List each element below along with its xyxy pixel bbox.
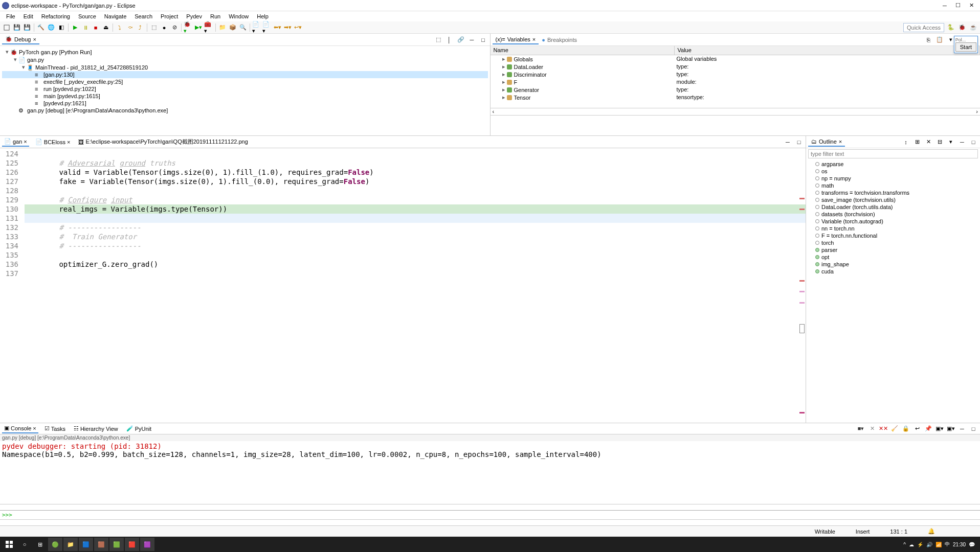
sort-icon[interactable]: ↕ [901, 137, 910, 147]
menu-search[interactable]: Search [130, 12, 157, 20]
quick-access-input[interactable] [903, 23, 944, 32]
start-button[interactable]: Start [955, 42, 976, 52]
variable-row[interactable]: ▸Fmodule: [491, 78, 981, 86]
clear-console-button[interactable]: 🧹 [890, 424, 899, 433]
minimize-editor-icon[interactable]: ─ [783, 137, 792, 147]
tray-icon[interactable]: 🔊 [926, 542, 932, 547]
hierarchy-tab[interactable]: ☷ Hierarchy View [72, 424, 120, 433]
outline-item[interactable]: DataLoader (torch.utils.data) [807, 203, 979, 211]
frame-button[interactable]: ⬚ [149, 23, 159, 32]
close-button[interactable]: ✕ [965, 1, 978, 11]
globe-icon[interactable]: 🌐 [47, 23, 56, 32]
package-button[interactable]: 📦 [228, 23, 237, 32]
start-menu-button[interactable] [2, 538, 16, 551]
maximize-view-icon[interactable]: □ [969, 424, 978, 433]
project-button[interactable]: 📁 [218, 23, 227, 32]
pyunit-tab[interactable]: 🧪 PyUnit [124, 424, 153, 433]
console-output[interactable]: pydev debugger: starting (pid: 31812) Na… [0, 441, 980, 504]
debug-tree-item[interactable]: ⚙gan.py [debug] [e:\ProgramData\Anaconda… [2, 107, 488, 114]
remove-launch-button[interactable]: ✕ [867, 424, 877, 433]
outline-item[interactable]: transforms = torchvision.transforms [807, 189, 979, 196]
toggle-button[interactable]: ◧ [57, 23, 66, 32]
perspective-java-icon[interactable]: ☕ [969, 23, 978, 32]
maximize-view-icon[interactable]: □ [969, 137, 978, 147]
hide-icon[interactable]: ✕ [924, 137, 933, 147]
variable-row[interactable]: ▸Tensortensortype: [491, 94, 981, 101]
disconnect-button[interactable]: ⏏ [101, 23, 110, 32]
menu-help[interactable]: Help [253, 12, 273, 20]
status-notification-icon[interactable]: 🔔 [928, 528, 935, 535]
close-icon[interactable]: × [33, 425, 36, 431]
variable-row[interactable]: ▸Generatortype: [491, 86, 981, 94]
close-icon[interactable]: × [532, 36, 536, 42]
tab-gan[interactable]: 📄 gan × [2, 137, 29, 147]
extern-tools-dropdown[interactable]: 🧰▾ [204, 23, 213, 32]
taskbar-app[interactable]: 🟦 [79, 538, 93, 551]
open-console-button[interactable]: ▣▾ [946, 424, 955, 433]
menu-navigate[interactable]: Navigate [100, 12, 130, 20]
col-value[interactable]: Value [675, 46, 981, 55]
outline-tab[interactable]: 🗂 Outline × [808, 137, 845, 147]
task-view-button[interactable]: ⊞ [33, 538, 47, 551]
variables-scrollbar[interactable]: ‹› [491, 108, 981, 115]
variables-detail-pane[interactable] [491, 115, 981, 135]
variable-row[interactable]: ▸GlobalsGlobal variables [491, 55, 981, 63]
step-return-button[interactable]: ⤴ [136, 23, 145, 32]
scroll-lock-button[interactable]: 🔒 [901, 424, 910, 433]
outline-item[interactable]: datasets (torchvision) [807, 211, 979, 218]
step-over-button[interactable]: ⤼ [125, 23, 135, 32]
close-icon[interactable]: × [24, 139, 27, 145]
debug-tree[interactable]: ▾🐞PyTorch gan.py [Python Run]▾📄gan.py▾🧵M… [0, 46, 490, 135]
minimize-button[interactable]: ─ [938, 1, 951, 11]
outline-item[interactable]: parser [807, 246, 979, 254]
skip-breakpoints-button[interactable]: ⊘ [170, 23, 179, 32]
terminate-console-button[interactable]: ■▾ [856, 424, 865, 433]
last-edit-button[interactable]: ↩▾ [293, 23, 302, 32]
debug-tab[interactable]: 🐞 Debug × [2, 35, 39, 44]
overview-ruler[interactable] [798, 148, 806, 423]
minimize-view-icon[interactable]: ─ [467, 35, 477, 44]
close-icon[interactable]: × [839, 139, 842, 145]
outline-item[interactable]: os [807, 168, 979, 175]
outline-item[interactable]: torch [807, 239, 979, 246]
col-name[interactable]: Name [491, 46, 675, 55]
debug-tree-icon[interactable]: │ [445, 35, 454, 44]
back-button[interactable]: ⬅▾ [273, 23, 282, 32]
tray-time[interactable]: 21:30 [953, 542, 966, 547]
outline-item[interactable]: F = torch.nn.functional [807, 232, 979, 239]
step-into-button[interactable]: ⤵ [115, 23, 124, 32]
tab-image[interactable]: 🖼 E:\eclipse-workspace\PyTorch\gan\QQ截图2… [76, 137, 250, 147]
console-prompt[interactable]: >>> [0, 510, 980, 519]
taskbar-app-chrome[interactable]: 🟢 [48, 538, 62, 551]
terminate-button[interactable]: ■ [91, 23, 100, 32]
outline-item[interactable]: math [807, 182, 979, 189]
taskbar-app-explorer[interactable]: 📁 [63, 538, 78, 551]
outline-filter-input[interactable] [808, 149, 978, 158]
build-button[interactable]: 🔨 [36, 23, 46, 32]
system-tray[interactable]: ^ ☁ ⚡ 🔊 📶 中 21:30 💬 [903, 541, 978, 548]
debug-connect-icon[interactable]: 🔗 [456, 35, 465, 44]
perspective-debug-icon[interactable]: 🐞 [957, 23, 967, 32]
outline-item[interactable]: opt [807, 254, 979, 261]
minimize-view-icon[interactable]: ─ [957, 424, 967, 433]
debug-tree-item[interactable]: ≡main [pydevd.py:1615] [2, 93, 488, 100]
variables-body[interactable]: ▸GlobalsGlobal variables▸DataLoadertype:… [491, 55, 981, 108]
maximize-button[interactable]: ☐ [951, 1, 965, 11]
outline-body[interactable]: argparseosnp = numpymathtransforms = tor… [806, 159, 980, 423]
taskbar-app-eclipse[interactable]: 🟪 [140, 538, 154, 551]
save-button[interactable]: 💾 [12, 23, 21, 32]
tab-bceloss[interactable]: 📄 BCEloss × [33, 137, 73, 146]
nav2-dropdown[interactable]: 📄▾ [262, 23, 272, 32]
forward-button[interactable]: ➡▾ [283, 23, 292, 32]
close-icon[interactable]: × [67, 139, 70, 145]
display-console-button[interactable]: ▣▾ [935, 424, 944, 433]
type-icon[interactable]: ⎘ [924, 35, 933, 44]
tray-icon[interactable]: ⚡ [917, 542, 923, 547]
close-icon[interactable]: × [33, 36, 36, 42]
tasks-tab[interactable]: ☑ Tasks [42, 424, 68, 433]
word-wrap-button[interactable]: ↩ [912, 424, 922, 433]
variable-row[interactable]: ▸Discriminatortype: [491, 71, 981, 78]
collapse2-icon[interactable]: ⊟ [935, 137, 944, 147]
outline-item[interactable]: nn = torch.nn [807, 225, 979, 232]
menu-window[interactable]: Window [225, 12, 253, 20]
